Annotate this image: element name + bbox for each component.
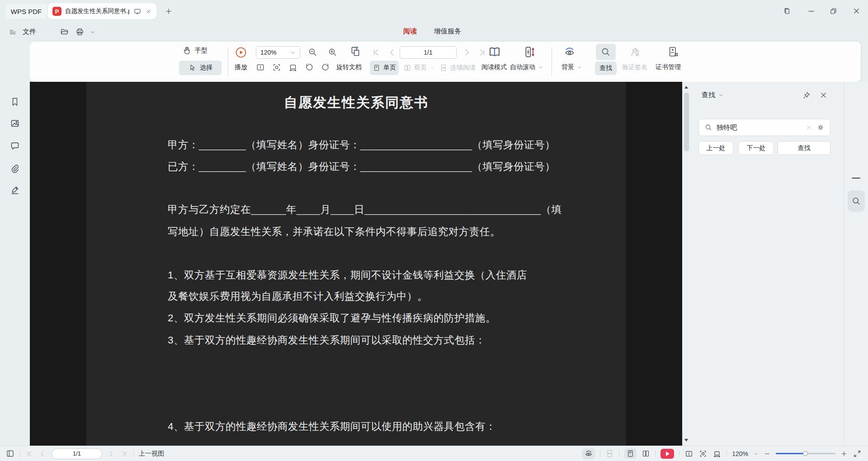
chevron-down-icon xyxy=(718,92,724,98)
find-previous-button[interactable]: 上一处 xyxy=(698,141,733,155)
next-page-icon[interactable] xyxy=(462,47,472,57)
rotate-left-icon[interactable] xyxy=(304,62,314,72)
rotate-document-icon[interactable] xyxy=(349,45,362,58)
restore-icon[interactable] xyxy=(826,5,840,17)
find-search-input[interactable]: 独特吧 xyxy=(698,119,830,136)
last-page-icon[interactable] xyxy=(120,450,128,458)
attachment-paperclip-icon[interactable] xyxy=(9,163,20,174)
slider-track-empty xyxy=(806,453,835,454)
auto-scroll-icon[interactable] xyxy=(522,45,535,59)
find-tool-icon[interactable] xyxy=(596,44,616,60)
screens-icon[interactable] xyxy=(780,5,793,17)
bookmark-icon[interactable] xyxy=(9,96,20,107)
rotate-right-icon[interactable] xyxy=(321,62,330,72)
page-number-input[interactable]: 1/1 xyxy=(52,448,102,459)
document-canvas[interactable]: 自愿发生性关系同意书 甲方：________（填写姓名）身份证号：_______… xyxy=(30,82,682,446)
first-page-icon[interactable] xyxy=(25,450,33,458)
pin-icon[interactable] xyxy=(802,91,811,100)
read-mode-label[interactable]: 阅读模式 xyxy=(481,63,507,71)
play-presentation-button[interactable] xyxy=(660,449,674,459)
find-sidebar-button[interactable] xyxy=(848,190,865,212)
continuous-reading-button[interactable]: 连续阅读 xyxy=(439,61,476,75)
thumbnail-image-icon[interactable] xyxy=(9,118,20,129)
fit-width-icon[interactable] xyxy=(684,449,693,458)
play-label[interactable]: 播放 xyxy=(235,63,247,71)
previous-page-icon[interactable] xyxy=(38,450,47,458)
read-mode-icon[interactable] xyxy=(487,45,502,59)
fit-page-icon[interactable] xyxy=(272,62,282,72)
sidebar-toggle-icon[interactable] xyxy=(5,449,15,458)
scroll-down-arrow[interactable] xyxy=(684,439,688,442)
scroll-up-arrow[interactable] xyxy=(684,86,688,89)
slider-thumb[interactable] xyxy=(803,451,808,456)
chevron-down-icon[interactable] xyxy=(90,22,96,42)
continuous-reading-label: 连续阅读 xyxy=(450,64,476,72)
auto-scroll-label[interactable]: 自动滚动 xyxy=(510,63,543,71)
vertical-scrollbar[interactable] xyxy=(682,82,691,446)
close-icon[interactable] xyxy=(849,5,863,17)
fit-visible-icon[interactable] xyxy=(712,449,722,458)
find-next-button[interactable]: 下一处 xyxy=(738,141,774,155)
tab-close-icon[interactable] xyxy=(145,8,152,15)
file-menu[interactable]: 文件 xyxy=(23,22,36,42)
monitor-icon[interactable] xyxy=(133,7,142,15)
scrollbar-thumb[interactable] xyxy=(684,93,689,151)
zoom-in-icon[interactable] xyxy=(327,47,338,57)
background-eye-icon[interactable] xyxy=(563,46,576,58)
tab-value-services[interactable]: 增值服务 xyxy=(434,22,461,40)
zoom-level-value[interactable]: 120% xyxy=(732,450,748,457)
rotate-document-label[interactable]: 旋转文档 xyxy=(336,63,362,71)
search-settings-gear-icon[interactable] xyxy=(816,123,825,132)
hamburger-menu-icon[interactable] xyxy=(8,22,17,42)
find-panel-title[interactable]: 查找 xyxy=(702,91,724,99)
next-page-icon[interactable] xyxy=(107,450,115,458)
continuous-reading-icon[interactable] xyxy=(605,449,614,458)
certificate-manage-icon[interactable] xyxy=(667,46,679,58)
fit-visible-icon[interactable] xyxy=(288,62,298,72)
print-icon[interactable] xyxy=(75,22,85,42)
close-find-panel-icon[interactable] xyxy=(819,91,828,99)
pdf-page[interactable]: 自愿发生性关系同意书 甲方：________（填写姓名）身份证号：_______… xyxy=(86,82,626,446)
zoom-out-icon[interactable] xyxy=(307,47,318,57)
zoom-slider[interactable] xyxy=(776,451,835,456)
zoom-level-dropdown[interactable]: 120% xyxy=(256,46,300,59)
new-tab-button[interactable] xyxy=(163,5,175,17)
double-page-button[interactable]: 双页 xyxy=(403,61,435,75)
verify-signature-icon[interactable] xyxy=(629,46,642,58)
signature-pen-icon[interactable] xyxy=(9,184,20,195)
app-menu-button[interactable]: WPS PDF xyxy=(5,4,47,19)
fit-width-icon[interactable] xyxy=(255,62,265,72)
find-tool-label[interactable]: 查找 xyxy=(595,61,617,75)
fit-page-icon[interactable] xyxy=(698,449,708,458)
hand-tool-button[interactable]: 手型 xyxy=(182,46,208,56)
tab-title: 自愿发生性关系同意书.pdf xyxy=(65,7,130,15)
divider xyxy=(600,450,600,457)
page-number-input[interactable]: 1/1 xyxy=(400,46,457,59)
play-button[interactable] xyxy=(234,46,248,59)
fullscreen-icon[interactable] xyxy=(853,449,862,458)
single-page-icon[interactable] xyxy=(624,448,637,459)
previous-view-button[interactable]: 上一视图 xyxy=(139,450,164,458)
find-button[interactable]: 查找 xyxy=(778,141,830,155)
clear-search-icon[interactable] xyxy=(805,124,812,131)
open-folder-icon[interactable] xyxy=(60,22,69,42)
background-label[interactable]: 背景 xyxy=(561,63,582,71)
zoom-in-plus-icon[interactable] xyxy=(840,450,848,457)
comment-icon[interactable] xyxy=(9,141,20,151)
right-sidebar xyxy=(844,82,868,446)
select-tool-button[interactable]: 选择 xyxy=(179,61,222,75)
collapse-panel-icon[interactable] xyxy=(852,178,860,179)
previous-page-icon[interactable] xyxy=(387,47,397,57)
single-page-button[interactable]: 单页 xyxy=(370,61,399,75)
last-page-icon[interactable] xyxy=(477,47,487,57)
first-page-icon[interactable] xyxy=(371,47,381,57)
certificate-manage-label[interactable]: 证书管理 xyxy=(656,63,681,71)
minimize-icon[interactable] xyxy=(804,5,818,17)
zoom-out-minus-icon[interactable] xyxy=(764,450,771,457)
verify-signature-label[interactable]: 验证签名 xyxy=(622,63,647,71)
tab-reading[interactable]: 阅读 xyxy=(403,22,417,40)
chevron-down-icon[interactable] xyxy=(753,451,759,456)
eye-protection-icon[interactable] xyxy=(582,448,595,459)
document-tab[interactable]: P 自愿发生性关系同意书.pdf xyxy=(48,3,156,19)
double-page-icon[interactable] xyxy=(642,449,650,458)
